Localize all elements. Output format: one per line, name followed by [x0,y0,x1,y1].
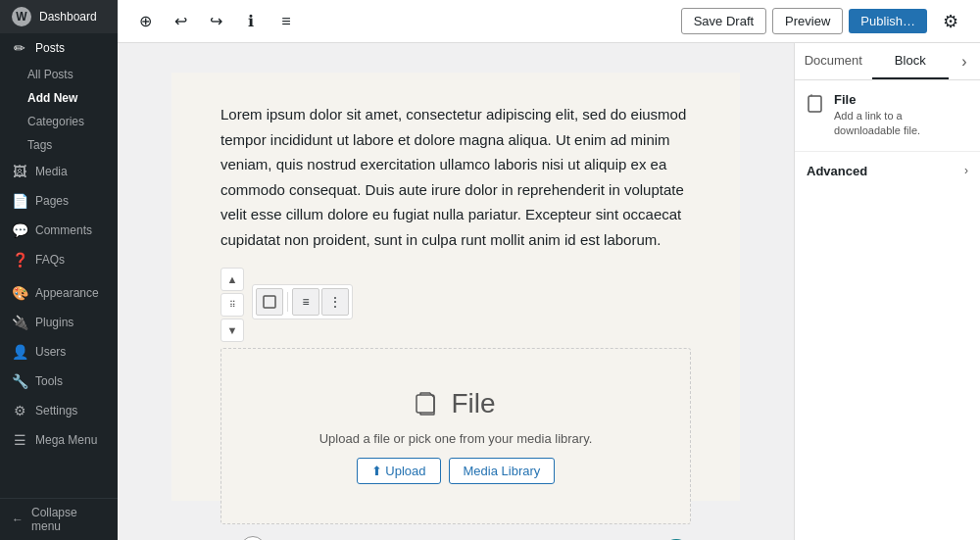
undo-icon: ↩ [174,12,187,30]
svg-rect-1 [416,395,434,413]
publish-label: Publish… [860,14,915,28]
panel-file-info: File Add a link to a downloadable file. [834,92,968,139]
sidebar-sub-tags[interactable]: Tags [0,133,118,157]
sidebar-label-media: Media [35,165,68,178]
sidebar-item-media[interactable]: 🖼 Media [0,157,118,186]
tab-document-label: Document [805,53,862,68]
upload-button[interactable]: ⬆ Upload [357,458,441,484]
sidebar-label-users: Users [35,345,66,359]
panel-file-title: File [834,92,968,107]
tags-label: Tags [27,138,52,152]
sidebar-sub-all-posts[interactable]: All Posts [0,63,118,86]
sidebar-item-mega-menu[interactable]: ☰ Mega Menu [0,425,118,455]
file-block-buttons: ⬆ Upload Media Library [357,458,556,484]
file-block-icon-area: File [416,388,495,419]
publish-button[interactable]: Publish… [849,9,927,33]
add-block-button[interactable]: ⊕ [129,6,161,37]
toolbar-right: Save Draft Preview Publish… ⚙ [681,4,968,39]
wp-logo-icon: W [12,7,31,26]
collapse-label: Collapse menu [31,506,106,533]
drag-handle[interactable]: ⠿ [220,293,244,317]
tools-icon: 🔧 [12,373,27,389]
advanced-header[interactable]: Advanced › [807,164,968,178]
mega-menu-icon: ☰ [12,432,27,448]
undo-button[interactable]: ↩ [165,6,196,37]
redo-button[interactable]: ↪ [200,6,231,37]
svg-rect-2 [808,96,821,112]
editor-toolbar: ⊕ ↩ ↪ ℹ ≡ Save Draft Preview Publish… ⚙ [118,0,980,43]
settings-button[interactable]: ⚙ [933,4,968,39]
sidebar-label-posts: Posts [35,41,65,55]
file-block: File Upload a file or pick one from your… [220,348,691,524]
media-library-button[interactable]: Media Library [449,458,556,484]
sidebar-sub-categories[interactable]: Categories [0,110,118,133]
media-library-label: Media Library [464,464,541,478]
sidebar-item-plugins[interactable]: 🔌 Plugins [0,308,118,337]
settings-icon: ⚙ [12,403,27,418]
panel-file-section: File Add a link to a downloadable file. [795,80,980,152]
posts-icon: ✏ [12,40,27,56]
faqs-icon: ❓ [12,252,27,268]
preview-button[interactable]: Preview [772,8,843,34]
sidebar-label-mega-menu: Mega Menu [35,433,97,447]
tab-document[interactable]: Document [795,43,872,79]
tab-block[interactable]: Block [872,43,950,79]
sidebar-label-faqs: FAQs [35,253,65,267]
appearance-icon: 🎨 [12,285,27,301]
editor-text[interactable]: Lorem ipsum dolor sit amet, consectetur … [220,102,691,252]
sidebar-logo[interactable]: W Dashboard [0,0,118,33]
sidebar-item-posts[interactable]: ✏ Posts [0,33,118,63]
advanced-title: Advanced [807,164,867,178]
sidebar-sub-add-new[interactable]: Add New [0,86,118,110]
editor-content: Lorem ipsum dolor sit amet, consectetur … [172,73,740,501]
all-posts-label: All Posts [27,68,74,81]
sidebar-label-comments: Comments [35,223,92,237]
file-label: File [451,388,495,419]
more-options-button[interactable]: ⋮ [321,288,349,316]
align-button[interactable]: ≡ [292,288,319,316]
sidebar-item-pages[interactable]: 📄 Pages [0,186,118,216]
move-down-button[interactable]: ▼ [220,319,244,342]
right-panel: Document Block › [794,43,980,540]
add-new-label: Add New [27,91,77,105]
panel-tabs: Document Block › [795,43,980,80]
panel-file-item: File Add a link to a downloadable file. [807,92,968,139]
collapse-arrow-icon: ← [12,513,24,526]
dashboard-label: Dashboard [39,10,97,24]
categories-label: Categories [27,115,84,128]
info-icon: ℹ [248,12,254,30]
panel-advanced-section: Advanced › [795,152,980,190]
tab-block-label: Block [895,53,926,68]
sidebar-label-tools: Tools [35,374,63,388]
upload-label: ⬆ Upload [371,464,426,478]
save-draft-button[interactable]: Save Draft [681,8,766,34]
sidebar-item-users[interactable]: 👤 Users [0,337,118,367]
panel-close-button[interactable]: › [949,46,980,77]
sidebar-item-settings[interactable]: ⚙ Settings [0,396,118,425]
svg-rect-0 [264,296,275,308]
sidebar-item-comments[interactable]: 💬 Comments [0,216,118,245]
menu-icon: ≡ [281,13,290,30]
sidebar-label-pages: Pages [35,194,69,208]
block-type-button[interactable] [256,288,283,316]
file-block-wrapper: ▲ ⠿ ▼ ≡ [220,268,691,524]
sidebar-collapse[interactable]: ← Collapse menu [0,498,118,540]
editor-panel-area: Lorem ipsum dolor sit amet, consectetur … [118,43,980,540]
editor-area[interactable]: Lorem ipsum dolor sit amet, consectetur … [118,43,794,540]
pages-icon: 📄 [12,193,27,209]
advanced-arrow-icon: › [964,164,968,177]
users-icon: 👤 [12,344,27,360]
main-area: ⊕ ↩ ↪ ℹ ≡ Save Draft Preview Publish… ⚙ [118,0,980,540]
sidebar-item-appearance[interactable]: 🎨 Appearance [0,278,118,308]
preview-label: Preview [785,14,830,28]
sidebar-label-appearance: Appearance [35,286,99,300]
info-button[interactable]: ℹ [235,6,267,37]
sidebar-item-faqs[interactable]: ❓ FAQs [0,245,118,274]
tools-menu-button[interactable]: ≡ [270,6,302,37]
sidebar-item-tools[interactable]: 🔧 Tools [0,367,118,396]
add-icon: ⊕ [139,12,152,30]
add-block-inline-button[interactable]: + [240,536,266,540]
block-toolbar: ≡ ⋮ [252,284,353,319]
panel-file-desc: Add a link to a downloadable file. [834,109,968,139]
move-up-button[interactable]: ▲ [220,268,244,291]
